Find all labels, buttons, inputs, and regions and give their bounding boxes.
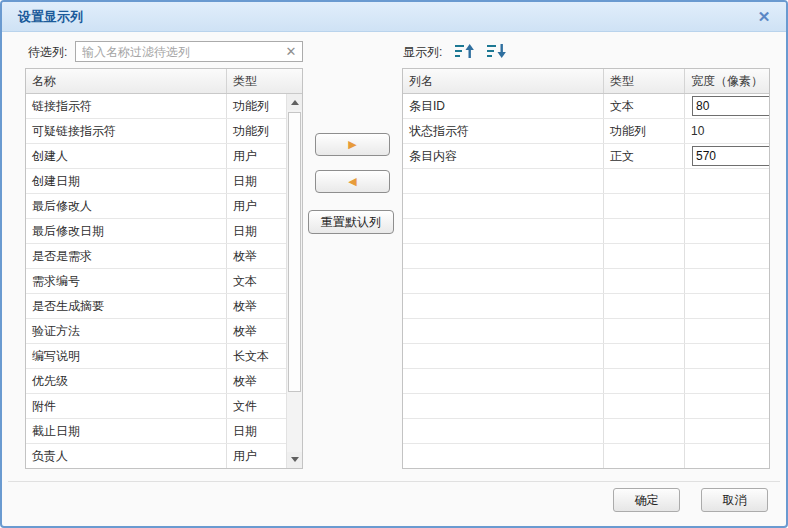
display-table-header: 列名 类型 宽度（像素） (403, 69, 769, 94)
row-type-cell: 枚举 (227, 319, 286, 343)
display-table-empty-row (403, 319, 769, 344)
display-table-row[interactable]: 状态指示符功能列10 (403, 119, 769, 144)
arrow-right-icon: ▶ (348, 138, 356, 150)
row-width-cell (685, 294, 769, 318)
move-to-top-icon (454, 41, 476, 61)
row-width-cell (685, 219, 769, 243)
arrow-left-icon: ◀ (348, 175, 356, 187)
display-table-row[interactable]: 条目内容正文 (403, 144, 769, 169)
available-table-row[interactable]: 验证方法枚举 (26, 319, 286, 344)
header-width: 宽度（像素） (685, 69, 769, 93)
row-width-cell (685, 94, 769, 118)
display-table-empty-row (403, 294, 769, 319)
row-name-cell: 负责人 (26, 444, 227, 468)
display-table-row[interactable]: 条目ID文本 (403, 94, 769, 119)
row-type-cell (604, 444, 685, 468)
row-type-cell (604, 394, 685, 418)
header-column-name: 列名 (403, 69, 604, 93)
row-name-cell: 最后修改人 (26, 194, 227, 218)
display-columns-table: 列名 类型 宽度（像素） 条目ID文本状态指示符功能列10条目内容正文 (402, 68, 770, 469)
reset-default-columns-button[interactable]: 重置默认列 (308, 210, 394, 234)
available-table-row[interactable]: 编写说明长文本 (26, 344, 286, 369)
display-table-empty-row (403, 419, 769, 444)
row-type-cell (604, 269, 685, 293)
display-table-empty-row (403, 269, 769, 294)
row-width-cell (685, 319, 769, 343)
row-name-cell: 编写说明 (26, 344, 227, 368)
row-width-cell (685, 169, 769, 193)
row-type-cell: 日期 (227, 219, 286, 243)
row-column-name-cell (403, 419, 604, 443)
scrollbar-thumb[interactable] (288, 112, 301, 392)
ok-button[interactable]: 确定 (613, 488, 680, 512)
row-type-cell (604, 369, 685, 393)
row-column-name-cell: 条目ID (403, 94, 604, 118)
row-width-cell (685, 244, 769, 268)
move-to-bottom-button[interactable] (486, 41, 508, 61)
row-name-cell: 创建日期 (26, 169, 227, 193)
set-display-columns-dialog: 设置显示列 ✕ 待选列: ✕ 名称 类型 链接指示符功能列可疑链接指示符功能列创… (0, 0, 788, 528)
move-left-button[interactable]: ◀ (315, 170, 390, 193)
display-list-body: 条目ID文本状态指示符功能列10条目内容正文 (403, 94, 769, 469)
row-type-cell (604, 244, 685, 268)
available-table-row[interactable]: 负责人用户 (26, 444, 286, 469)
available-table-row[interactable]: 可疑链接指示符功能列 (26, 119, 286, 144)
row-width-cell (685, 269, 769, 293)
row-type-cell: 文件 (227, 394, 286, 418)
available-table-row[interactable]: 是否生成摘要枚举 (26, 294, 286, 319)
width-input[interactable] (692, 96, 769, 116)
available-table-row[interactable]: 是否是需求枚举 (26, 244, 286, 269)
row-column-name-cell: 状态指示符 (403, 119, 604, 143)
row-name-cell: 是否生成摘要 (26, 294, 227, 318)
row-type-cell (604, 169, 685, 193)
available-table-row[interactable]: 创建日期日期 (26, 169, 286, 194)
close-icon[interactable]: ✕ (754, 6, 774, 28)
width-input[interactable] (692, 146, 769, 166)
row-type-cell: 文本 (604, 94, 685, 118)
filter-input[interactable] (75, 41, 303, 62)
move-to-bottom-icon (486, 41, 508, 61)
available-table-row[interactable]: 最后修改日期日期 (26, 219, 286, 244)
row-type-cell (604, 294, 685, 318)
display-table-empty-row (403, 344, 769, 369)
header-type: 类型 (604, 69, 685, 93)
row-column-name-cell (403, 194, 604, 218)
move-to-top-button[interactable] (454, 41, 476, 61)
vertical-scrollbar[interactable] (286, 94, 302, 468)
dialog-title: 设置显示列 (18, 2, 83, 32)
display-table-empty-row (403, 169, 769, 194)
cancel-button[interactable]: 取消 (701, 488, 768, 512)
row-type-cell (604, 194, 685, 218)
row-name-cell: 验证方法 (26, 319, 227, 343)
row-type-cell: 功能列 (604, 119, 685, 143)
available-table-row[interactable]: 最后修改人用户 (26, 194, 286, 219)
row-column-name-cell (403, 269, 604, 293)
available-table-row[interactable]: 优先级枚举 (26, 369, 286, 394)
scroll-up-button[interactable] (287, 94, 302, 110)
available-table-row[interactable]: 截止日期日期 (26, 419, 286, 444)
available-table-row[interactable]: 需求编号文本 (26, 269, 286, 294)
row-type-cell: 日期 (227, 419, 286, 443)
row-column-name-cell: 条目内容 (403, 144, 604, 168)
row-name-cell: 优先级 (26, 369, 227, 393)
move-right-button[interactable]: ▶ (315, 133, 390, 156)
clear-filter-icon[interactable]: ✕ (282, 43, 300, 61)
row-type-cell: 枚举 (227, 244, 286, 268)
row-type-cell (604, 319, 685, 343)
row-name-cell: 最后修改日期 (26, 219, 227, 243)
row-column-name-cell (403, 244, 604, 268)
display-table-empty-row (403, 244, 769, 269)
available-table-row[interactable]: 附件文件 (26, 394, 286, 419)
row-type-cell: 功能列 (227, 94, 286, 118)
display-table-empty-row (403, 369, 769, 394)
row-name-cell: 链接指示符 (26, 94, 227, 118)
display-table-empty-row (403, 444, 769, 469)
available-columns-table: 名称 类型 链接指示符功能列可疑链接指示符功能列创建人用户创建日期日期最后修改人… (25, 68, 303, 469)
available-table-row[interactable]: 创建人用户 (26, 144, 286, 169)
row-type-cell: 用户 (227, 144, 286, 168)
scroll-down-button[interactable] (287, 452, 302, 468)
row-column-name-cell (403, 319, 604, 343)
row-column-name-cell (403, 369, 604, 393)
available-table-row[interactable]: 链接指示符功能列 (26, 94, 286, 119)
row-name-cell: 需求编号 (26, 269, 227, 293)
